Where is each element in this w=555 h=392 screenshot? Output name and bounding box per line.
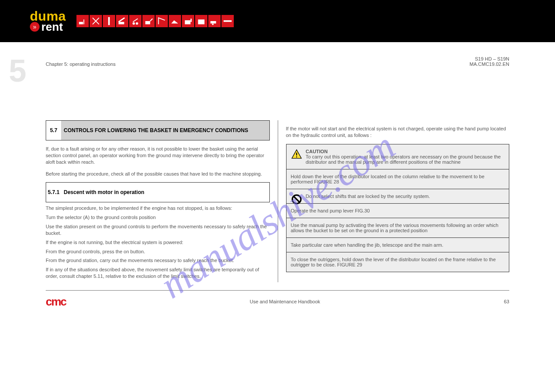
row-hand-pump: Operate the hand pump lever FIG.30 — [286, 203, 509, 218]
step-7: If in any of the situations described ab… — [46, 266, 270, 280]
subsection-number: 5.7.1 — [46, 183, 61, 202]
section-number: 5.7 — [46, 121, 61, 140]
arrow-right-icon: » — [30, 22, 40, 32]
row-hold-lever: Hold down the lever of the distributor l… — [286, 169, 509, 189]
step-5: From the ground controls, press the on b… — [46, 248, 270, 255]
intro-paragraph-1: If, due to a fault arising or for any ot… — [46, 146, 270, 165]
page-footer: cmc Use and Maintenance Handbook 63 — [46, 295, 509, 309]
prohibit-row: Do not select shifts that are locked by … — [286, 189, 509, 203]
excavator-icon[interactable] — [129, 15, 141, 27]
svg-rect-0 — [79, 22, 83, 25]
footer-title: Use and Maintenance Handbook — [66, 299, 504, 304]
section-title: CONTROLS FOR LOWERING THE BASKET IN EMER… — [61, 121, 269, 140]
svg-rect-8 — [191, 19, 192, 22]
section-5-7: 5.7 CONTROLS FOR LOWERING THE BASKET IN … — [46, 120, 270, 140]
trailer-icon[interactable] — [208, 15, 221, 27]
misc-icon[interactable] — [221, 15, 234, 27]
step-3: Use the station present on the ground co… — [46, 223, 270, 237]
right-column: If the motor will not start and the elec… — [278, 120, 510, 282]
svg-rect-9 — [198, 19, 205, 24]
boom-lift-icon[interactable] — [103, 15, 115, 27]
intro-paragraph-2: Before starting the procedure, check all… — [46, 171, 270, 177]
crane-icon[interactable] — [156, 15, 168, 27]
page-number: 63 — [504, 299, 509, 304]
doc-code: MA.CMC19.02.EN — [470, 61, 509, 67]
warning-triangle-icon — [291, 149, 302, 160]
left-column: 5.7 CONTROLS FOR LOWERING THE BASKET IN … — [46, 120, 278, 282]
svg-rect-12 — [224, 20, 232, 22]
section-5-7-1: 5.7.1 Descent with motor in operation — [46, 182, 270, 202]
prohibited-icon — [291, 194, 302, 205]
svg-rect-6 — [145, 21, 150, 24]
row-manual-pump: Use the manual pump by activating the le… — [286, 218, 509, 237]
warning-table: CAUTION To carry out this operation, at … — [286, 144, 510, 272]
svg-point-11 — [212, 24, 214, 25]
scissor-lift-icon[interactable] — [90, 15, 102, 27]
svg-point-4 — [133, 22, 135, 25]
logo-word-bottom: rent — [41, 21, 63, 32]
row-care: Take particular care when handling the j… — [286, 237, 509, 252]
machine-ref: S19 HD – S19N — [470, 56, 509, 61]
caution-row: CAUTION To carry out this operation, at … — [286, 144, 509, 169]
svg-rect-13 — [296, 152, 297, 155]
doc-header-right: S19 HD – S19N MA.CMC19.02.EN — [470, 56, 509, 67]
svg-rect-7 — [185, 20, 191, 24]
step-1: The simplest procedure, to be implemente… — [46, 205, 270, 212]
row-outriggers: To close the outriggers, hold down the l… — [286, 252, 509, 272]
subsection-title: Descent with motor in operation — [61, 183, 269, 202]
page-content: 5.7 CONTROLS FOR LOWERING THE BASKET IN … — [46, 120, 509, 291]
brand-logo[interactable]: duma » rent — [30, 10, 66, 32]
svg-rect-1 — [83, 19, 84, 24]
svg-rect-10 — [210, 21, 216, 24]
loader-icon[interactable] — [142, 15, 155, 27]
svg-rect-3 — [119, 22, 124, 25]
chapter-heading: Chapter 5: operating instructions — [46, 61, 116, 67]
step-4: If the engine is not running, but the el… — [46, 239, 270, 246]
compressor-icon[interactable] — [195, 15, 207, 27]
svg-rect-14 — [296, 156, 297, 157]
top-banner: duma » rent — [0, 0, 555, 42]
forklift-icon[interactable] — [76, 15, 89, 27]
chapter-number-bg: 5 — [9, 53, 26, 89]
caution-label: CAUTION — [306, 149, 328, 154]
prohibit-text: Do not select shifts that are locked by … — [306, 194, 430, 199]
category-icon-strip — [76, 15, 234, 27]
svg-point-5 — [136, 22, 138, 25]
svg-line-16 — [294, 196, 299, 202]
step-6: From the ground station, carry out the m… — [46, 257, 270, 264]
generator-icon[interactable] — [182, 15, 194, 27]
step-2: Turn the selector (A) to the ground cont… — [46, 214, 270, 221]
telehandler-icon[interactable] — [116, 15, 128, 27]
dumper-icon[interactable] — [169, 15, 181, 27]
svg-rect-2 — [108, 17, 110, 25]
right-intro: If the motor will not start and the elec… — [286, 126, 510, 139]
caution-text: To carry out this operation, at least tw… — [306, 154, 501, 165]
cmc-logo: cmc — [46, 295, 66, 309]
